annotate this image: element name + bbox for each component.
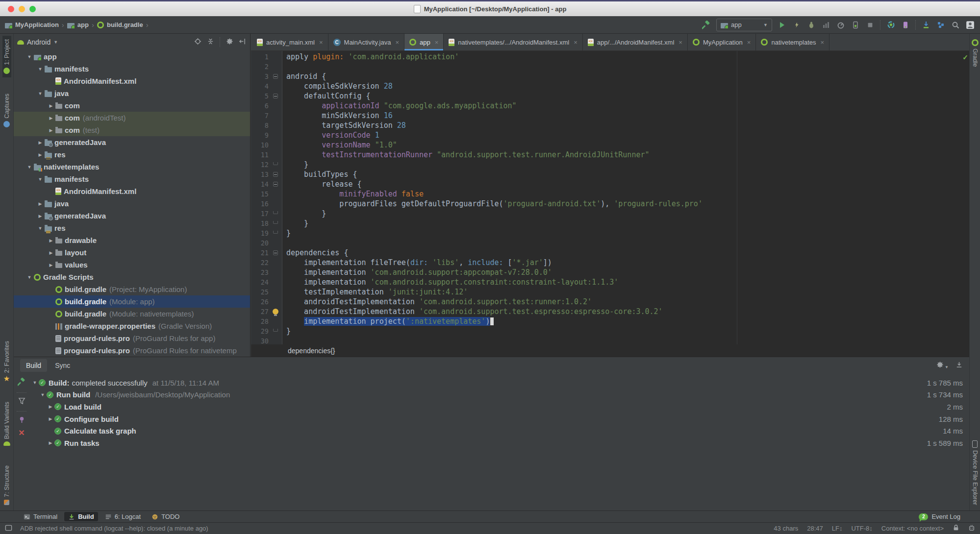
- code-line[interactable]: buildTypes {: [286, 170, 970, 179]
- tree-item[interactable]: ▼manifests: [13, 63, 250, 75]
- collapse-all-icon[interactable]: [207, 38, 214, 47]
- tree-item[interactable]: build.gradle(Project: MyApplication): [13, 283, 250, 295]
- event-log-button[interactable]: 2 Event Log: [919, 513, 960, 520]
- line-number[interactable]: 6: [251, 101, 272, 111]
- tree-item[interactable]: ▶java: [13, 197, 250, 210]
- tool-button-gradle[interactable]: Gradle: [971, 36, 980, 71]
- line-number[interactable]: 22: [251, 258, 272, 267]
- tree-expand-arrow[interactable]: ▼: [25, 275, 34, 280]
- code-line[interactable]: implementation 'com.android.support:appc…: [286, 267, 970, 277]
- code-line[interactable]: android {: [286, 72, 970, 81]
- line-number[interactable]: 9: [251, 130, 272, 140]
- gradle-sync-icon[interactable]: [886, 20, 896, 30]
- run-on-device-icon[interactable]: [851, 20, 860, 30]
- code-editor[interactable]: 1234567891011121314151617181920212223242…: [251, 51, 970, 344]
- line-number[interactable]: 21: [251, 248, 272, 258]
- close-icon[interactable]: ×: [821, 39, 825, 46]
- context-indicator[interactable]: Context: <no context>: [881, 525, 944, 532]
- tool-button-logcat[interactable]: 6: Logcat: [101, 512, 145, 521]
- line-number[interactable]: 30: [251, 336, 272, 344]
- gutter-line[interactable]: 16: [251, 199, 282, 209]
- line-number[interactable]: 2: [251, 62, 272, 72]
- tree-item[interactable]: ▼nativetemplates: [13, 161, 250, 173]
- editor-gutter[interactable]: 1234567891011121314151617181920212223242…: [251, 51, 282, 344]
- close-icon[interactable]: ×: [678, 39, 682, 46]
- line-number[interactable]: 23: [251, 267, 272, 277]
- tree-item[interactable]: ▶generatedJava: [13, 136, 250, 148]
- tree-item[interactable]: proguard-rules.pro(ProGuard Rules for na…: [13, 344, 250, 357]
- gutter-line[interactable]: 8: [251, 121, 282, 130]
- fold-marker-icon[interactable]: [273, 74, 278, 79]
- gutter-line[interactable]: 20: [251, 238, 282, 248]
- tool-button-structure[interactable]: 7: Structure: [2, 462, 11, 509]
- gutter-line[interactable]: 21: [251, 248, 282, 258]
- tree-item[interactable]: ▼manifests: [13, 173, 250, 185]
- editor-tab-nativetemplates-androidmanifest-xml[interactable]: nativetemplates/.../AndroidManifest.xml×: [444, 34, 582, 50]
- tree-expand-arrow[interactable]: ▼: [39, 392, 47, 397]
- caret-position[interactable]: 28:47: [807, 525, 823, 532]
- gutter-line[interactable]: 3: [251, 72, 282, 81]
- code-line[interactable]: release {: [286, 179, 970, 189]
- profile-icon[interactable]: [821, 20, 831, 30]
- line-number[interactable]: 27: [251, 307, 272, 316]
- tree-item[interactable]: ▼res: [13, 222, 250, 234]
- code-line[interactable]: [286, 238, 970, 248]
- close-window-button[interactable]: [8, 6, 14, 12]
- gutter-line[interactable]: 24: [251, 277, 282, 287]
- code-line[interactable]: [286, 336, 970, 344]
- tree-item[interactable]: ▶com(androidTest): [13, 112, 250, 124]
- tree-expand-arrow[interactable]: ▶: [47, 238, 55, 243]
- tree-expand-arrow[interactable]: ▼: [36, 67, 45, 72]
- tree-expand-arrow[interactable]: ▶: [47, 404, 54, 409]
- tree-expand-arrow[interactable]: ▶: [47, 128, 55, 133]
- editor-tab-myapplication[interactable]: MyApplication×: [688, 34, 756, 50]
- editor-tab-nativetemplates[interactable]: nativetemplates×: [756, 34, 829, 50]
- console-window-icon[interactable]: [5, 524, 12, 533]
- tree-expand-arrow[interactable]: ▼: [36, 177, 45, 182]
- close-icon[interactable]: ×: [395, 39, 399, 46]
- gutter-line[interactable]: 6: [251, 101, 282, 111]
- line-number[interactable]: 29: [251, 326, 272, 336]
- line-number[interactable]: 25: [251, 287, 272, 297]
- run-button[interactable]: [777, 20, 787, 30]
- gutter-line[interactable]: 28: [251, 316, 282, 326]
- line-number[interactable]: 17: [251, 209, 272, 218]
- gutter-line[interactable]: 1: [251, 52, 282, 62]
- tool-button-favorites[interactable]: 2: Favorites ★: [2, 338, 11, 386]
- stop-icon[interactable]: [865, 20, 875, 30]
- tree-expand-arrow[interactable]: ▶: [47, 440, 54, 445]
- fold-marker-icon[interactable]: [273, 94, 278, 98]
- tree-expand-arrow[interactable]: ▶: [47, 416, 54, 421]
- tree-expand-arrow[interactable]: ▶: [36, 140, 45, 145]
- code-line[interactable]: targetSdkVersion 28: [286, 121, 970, 130]
- tree-item[interactable]: ▼Gradle Scripts: [13, 271, 250, 283]
- inspection-ok-icon[interactable]: ✓: [962, 53, 968, 61]
- code-line[interactable]: defaultConfig {: [286, 91, 970, 101]
- line-number[interactable]: 5: [251, 91, 272, 101]
- tree-expand-arrow[interactable]: ▼: [25, 54, 34, 59]
- code-line[interactable]: androidTestImplementation 'com.android.s…: [286, 307, 970, 316]
- tool-button-terminal[interactable]: Terminal: [20, 512, 61, 521]
- gutter-line[interactable]: 17: [251, 209, 282, 218]
- avd-manager-icon[interactable]: [901, 20, 910, 30]
- collapse-panel-icon[interactable]: [955, 361, 963, 370]
- tree-expand-arrow[interactable]: ▼: [25, 165, 34, 170]
- locate-icon[interactable]: [194, 38, 201, 47]
- build-tree-row[interactable]: ▶Load build2 ms: [30, 401, 970, 413]
- intention-bulb-icon[interactable]: [273, 309, 278, 315]
- breadcrumb-file[interactable]: build.gradle: [97, 21, 143, 28]
- editor-tab-app[interactable]: app×: [404, 34, 444, 50]
- fold-marker-icon[interactable]: [273, 221, 278, 224]
- tree-item[interactable]: ▶layout: [13, 246, 250, 259]
- breadcrumb-project[interactable]: MyApplication: [5, 21, 59, 28]
- tree-item[interactable]: ▶values: [13, 259, 250, 271]
- line-number[interactable]: 1: [251, 52, 272, 62]
- lock-icon[interactable]: [953, 524, 959, 533]
- code-line[interactable]: versionName "1.0": [286, 140, 970, 150]
- tree-item[interactable]: AndroidManifest.xml: [13, 75, 250, 87]
- tree-expand-arrow[interactable]: ▼: [31, 380, 39, 385]
- build-hammer-icon[interactable]: [702, 20, 711, 30]
- editor-tab-activity-main-xml[interactable]: activity_main.xml×: [252, 34, 328, 50]
- gutter-line[interactable]: 22: [251, 258, 282, 267]
- close-icon[interactable]: ×: [435, 39, 439, 46]
